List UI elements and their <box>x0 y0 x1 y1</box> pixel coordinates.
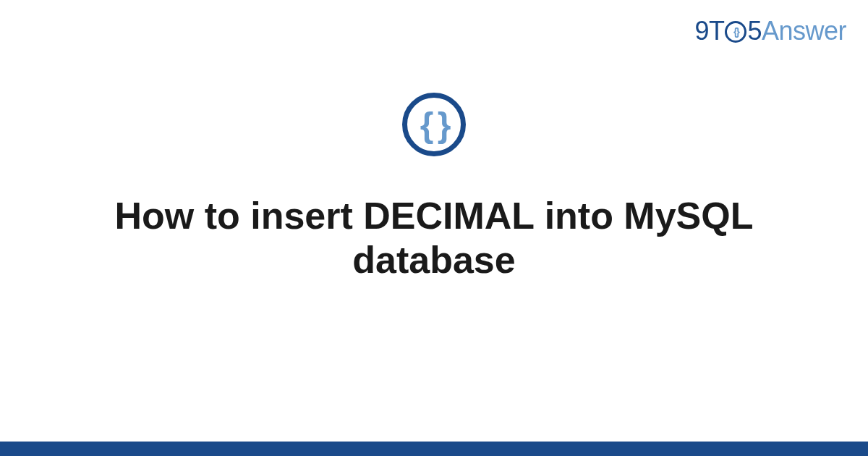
braces-icon-circle: { } <box>402 93 466 156</box>
logo-circle-icon: {} <box>725 21 746 43</box>
site-logo: 9T {} 5 Answer <box>694 16 846 46</box>
page-title: How to insert DECIMAL into MySQL databas… <box>109 194 760 283</box>
logo-braces-small: {} <box>733 26 739 38</box>
logo-text-9t: 9T <box>694 16 724 46</box>
main-content: { } How to insert DECIMAL into MySQL dat… <box>0 93 868 283</box>
logo-text-answer: Answer <box>762 16 846 46</box>
logo-text-5: 5 <box>747 16 762 46</box>
braces-icon: { } <box>420 105 448 145</box>
footer-bar <box>0 442 868 456</box>
